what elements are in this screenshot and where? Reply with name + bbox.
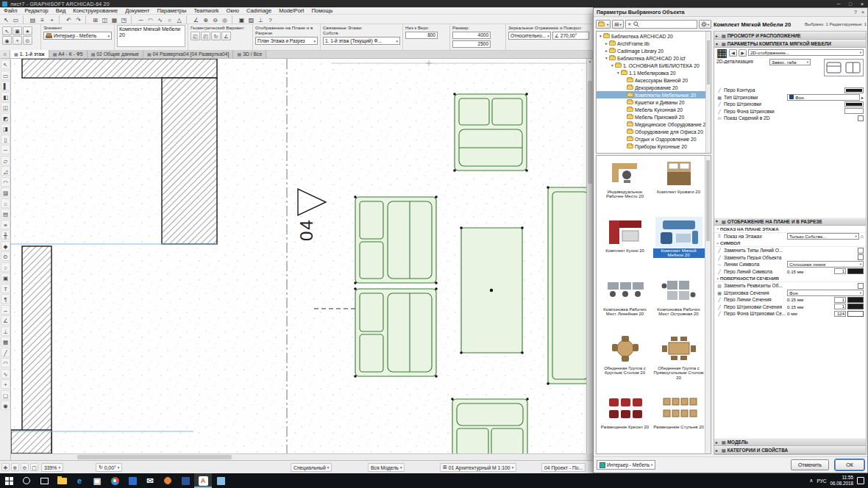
pen-color-button[interactable] [844,87,864,93]
object-thumbnail[interactable]: Размещение Стульев 20 [652,392,705,451]
search-button[interactable] [18,473,35,488]
library-search-input[interactable]: ★ [625,20,697,29]
object-thumbnail[interactable]: Обеденная Группа с Круглым Столом 20 [598,334,652,392]
favorites-icon[interactable]: ★ [23,26,32,35]
drawing-canvas[interactable]: 04 [11,59,593,460]
value-text[interactable]: 0.15 мм [787,269,803,274]
submenu-arrow-icon[interactable]: ▸ [861,95,864,100]
column-tool-icon[interactable]: ▯ [1,134,10,144]
pen-color-button[interactable] [844,101,864,107]
thumbnails-scrollbar[interactable] [705,156,711,453]
expander-icon[interactable]: ▸ [604,49,609,53]
archicad-button[interactable]: A [194,473,212,488]
section-header[interactable]: ▸▤ПРОСМОТР И РАСПОЛОЖЕНИЕ [714,32,866,40]
pointer-icon[interactable]: + [13,36,22,45]
door-tool-icon[interactable]: ◧ [1,92,10,101]
parameter-page-dropdown[interactable]: 2D-отображение...▾ [748,49,864,56]
tree-item[interactable]: Кушетки и Диваны 20 [597,98,711,106]
value-text[interactable]: 0.15 мм [787,304,803,309]
marquee-tool-icon[interactable]: ▭ [11,15,21,24]
clock[interactable]: 11:55 06.08.2018 [830,475,853,487]
morph-tool-icon[interactable]: ◆ [1,241,10,251]
object-thumbnail[interactable]: Комплект Кровати 20 [652,157,705,216]
layout-icon[interactable]: ▣ [237,15,246,24]
value-dropdown[interactable]: Только Собстве...▾ [787,233,859,240]
chrome-browser-button[interactable] [106,473,124,488]
cancel-button[interactable]: Отменить [791,459,829,470]
radial-dimension-tool-icon[interactable]: ∠ [1,315,10,325]
railing-tool-icon[interactable]: ╫ [1,230,10,240]
polygon-tool-icon[interactable]: △ [174,15,184,24]
pen-number-field[interactable]: 1 [834,297,846,303]
tree-item[interactable]: Мебель Прихожей 20 [597,113,711,121]
menu-item[interactable]: ModelPort [275,7,307,15]
pin-icon[interactable]: ⊙ [23,36,32,45]
tree-item[interactable]: Отдых и Оздоровление 20 [597,135,711,143]
corner-window-tool-icon[interactable]: ◩ [1,113,10,123]
eyedropper-icon[interactable]: ◉ [2,36,12,45]
horizontal-scrollbar[interactable] [11,453,586,460]
fill-type-dropdown[interactable]: Фон [787,94,860,101]
close-button[interactable]: × [856,1,868,7]
expander-icon[interactable]: ▾ [598,34,603,38]
ok-button[interactable]: ОК [835,459,864,470]
shell-tool-icon[interactable]: ◠ [1,177,10,187]
tab[interactable]: ▦02 Общие данные [88,50,143,58]
undo-icon[interactable]: ↶ [64,15,74,24]
color-swatch[interactable] [847,268,864,274]
tree-item[interactable]: Декорирование 20 [597,84,711,91]
size-height-input[interactable]: 2500 [452,40,491,48]
zoom-in-icon[interactable]: ⊕ [201,15,210,24]
scale-dropdown[interactable]: ⊞01 Архитектурный М 1:100▾ [440,463,516,472]
lamp-tool-icon[interactable]: ○ [1,262,10,272]
vertical-scrollbar[interactable]: ▴ [586,59,593,453]
arc-tool-icon[interactable]: ◠ [1,358,10,367]
color-swatch[interactable] [847,297,864,303]
model-filter-dropdown[interactable]: Вся Модель▾ [368,463,405,472]
mail-app-button[interactable]: ✉ [141,473,159,488]
expander-icon[interactable]: ▾ [610,63,615,68]
level-icon[interactable]: ⊥ [256,15,266,24]
checkbox[interactable] [858,254,864,260]
edge-browser-button[interactable]: e [71,473,88,488]
tree-scrollbar[interactable] [705,32,711,153]
tree-item[interactable]: Приборы Кухонные 20 [597,143,711,150]
pan-icon[interactable]: ✥ [1,463,10,471]
object-thumbnail[interactable]: Компоновка Рабочих Мест Островная 20 [652,275,705,334]
tree-item[interactable]: ▾Библиотека ARCHICAD 20 [597,32,711,40]
value-dropdown[interactable]: Сплошная линия▾ [787,261,864,268]
rotation-angle-input[interactable]: ∠ 270,00° [552,32,589,40]
photos-app-button[interactable] [124,473,141,488]
next-page-button[interactable]: ▶ [739,49,747,57]
section-header[interactable]: ▸▤КАТЕГОРИИ И СВОЙСТВА [714,446,866,454]
section-header[interactable]: ▾▤ОТОБРАЖЕНИЕ НА ПЛАНЕ И В РАЗРЕЗЕ [714,218,866,226]
menu-item[interactable]: Параметры [153,7,190,15]
tab[interactable]: ▦А4 - К - Ф5 [49,50,88,58]
fit-view-icon[interactable]: ▢ [30,463,38,471]
object-thumbnail[interactable]: Компоновка Рабочих Мест Линейная 20 [598,275,652,334]
tree-item[interactable]: Оборудование для Офиса 20 [597,128,711,135]
rotate-variant-1-icon[interactable]: ◱ [191,32,200,40]
rotate-icon[interactable]: ↻ [211,32,221,40]
equipment-tool-icon[interactable]: ▣ [1,273,10,282]
select-tool-icon[interactable]: ↖ [1,15,11,24]
level-dimension-tool-icon[interactable]: ⊥ [1,326,10,336]
settings-menu-button[interactable]: ▾ [699,20,711,29]
value-text[interactable]: 0 мм [787,311,797,316]
menu-item[interactable]: Вид [52,7,70,15]
tray-expand-icon[interactable]: ∧ [809,478,813,484]
stair-tool-icon[interactable]: ≡ [1,220,10,229]
object-thumbnail[interactable]: Индивидуальное Рабочее Место 20 [598,157,652,216]
favorites-star-icon[interactable]: ★ [627,21,632,27]
tree-item[interactable]: ▾Библиотека ARCHICAD 20.lcf [597,54,711,62]
layout-dropdown[interactable]: 04 Проект - По... [541,463,586,472]
grid-icon[interactable]: ⊞ [90,15,100,24]
curtain-wall-tool-icon[interactable]: ▤ [1,209,10,218]
tree-item[interactable]: ▾1. ОСНОВНАЯ БИБЛИОТЕКА 20 [597,62,711,69]
menu-item[interactable]: Помощь [307,7,336,15]
tab[interactable]: ▦1. 1-й этаж [10,50,49,58]
hatch-icon[interactable]: ▨ [246,15,256,24]
fill-tool-icon[interactable]: ▦ [1,337,10,346]
store-button[interactable]: ▣ [88,473,106,488]
hotspot-tool-icon[interactable]: + [1,379,10,389]
